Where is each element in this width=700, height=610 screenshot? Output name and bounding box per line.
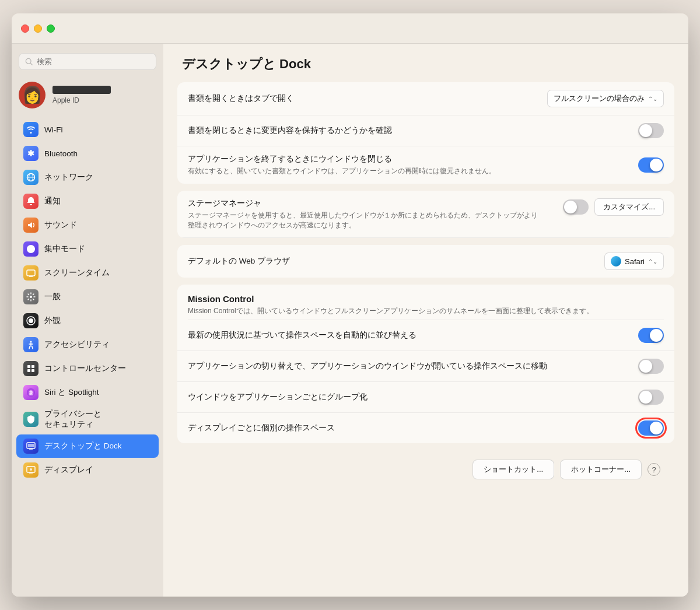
open-tabs-value: フルスクリーンの場合のみ [554, 93, 645, 104]
sidebar-item-wifi-label: Wi-Fi [44, 125, 62, 134]
sidebar-item-desktop[interactable]: デスクトップと Dock [16, 434, 159, 458]
search-box[interactable] [19, 53, 156, 70]
sidebar-item-sound[interactable]: サウンド [16, 213, 159, 237]
sidebar-item-display-label: ディスプレイ [44, 465, 93, 475]
sidebar-item-general[interactable]: 一般 [16, 285, 159, 308]
stage-manager-controls: カスタマイズ... [563, 198, 664, 216]
display-spaces-control [638, 420, 664, 436]
sidebar-item-appearance[interactable]: 外観 [16, 309, 159, 332]
sidebar-item-display[interactable]: ディスプレイ [16, 458, 159, 482]
browser-dropdown[interactable]: Safari ⌃⌄ [604, 253, 664, 270]
sidebar-item-general-label: 一般 [44, 292, 61, 302]
maximize-button[interactable] [47, 24, 55, 33]
open-tabs-dropdown[interactable]: フルスクリーンの場合のみ ⌃⌄ [547, 90, 664, 107]
stage-manager-toggle[interactable] [563, 199, 589, 215]
browser-value: Safari [625, 257, 645, 266]
settings-row-display-spaces: ディスプレイごとに個別の操作スペース [177, 413, 674, 443]
close-confirm-label: 書類を閉じるときに変更内容を保持するかどうかを確認 [188, 125, 629, 136]
dropdown-arrow-icon: ⌃⌄ [648, 96, 657, 102]
group-windows-control [638, 390, 664, 405]
default-browser-label: デフォルトの Web ブラウザ [188, 256, 595, 267]
search-input[interactable] [37, 57, 150, 66]
svg-rect-23 [28, 444, 34, 447]
svg-rect-14 [27, 365, 30, 368]
minimize-button[interactable] [34, 24, 42, 33]
settings-row-close-confirm: 書類を閉じるときに変更内容を保持するかどうかを確認 [177, 115, 674, 146]
wifi-icon [23, 122, 38, 137]
settings-window: 👩 Apple ID Wi-Fi ✱ [12, 13, 688, 597]
auto-rearrange-label: 最新の使用状況に基づいて操作スペースを自動的に並び替える [188, 330, 629, 341]
settings-row-group-windows: ウインドウをアプリケーションごとにグループ化 [177, 382, 674, 413]
hot-corner-button[interactable]: ホットコーナー... [560, 460, 642, 479]
sidebar-item-network[interactable]: ネットワーク [16, 166, 159, 189]
help-button[interactable]: ? [648, 463, 660, 476]
toggle-knob [650, 159, 663, 171]
controlcenter-icon [23, 361, 38, 376]
network-icon [23, 170, 38, 185]
svg-rect-16 [27, 369, 30, 372]
settings-row-open-tabs: 書類を開くときはタブで開く フルスクリーンの場合のみ ⌃⌄ [177, 82, 674, 115]
page-title: デスクトップと Dock [163, 44, 688, 82]
apple-id-item[interactable]: 👩 Apple ID [12, 77, 163, 113]
sidebar-item-privacy[interactable]: プライバシーとセキュリティ [16, 405, 159, 434]
bluetooth-icon: ✱ [23, 146, 38, 161]
svg-rect-17 [32, 369, 34, 372]
sidebar-item-siri[interactable]: Siri と Spotlight [16, 381, 159, 404]
apple-id-label: Apple ID [52, 96, 111, 104]
display-spaces-toggle[interactable] [638, 420, 664, 436]
general-icon [23, 289, 38, 304]
close-window-control [638, 157, 664, 173]
group-windows-toggle[interactable] [638, 390, 664, 405]
sidebar-item-controlcenter-label: コントロールセンター [44, 363, 126, 374]
bottom-buttons: ショートカット... ホットコーナー... ? [177, 450, 674, 489]
sidebar-item-focus[interactable]: 集中モード [16, 237, 159, 261]
stage-manager-label: ステージマネージャ [188, 198, 554, 209]
toggle-knob [639, 391, 652, 404]
sidebar-item-notification[interactable]: 通知 [16, 190, 159, 213]
apple-id-info: Apple ID [52, 86, 111, 104]
sidebar-item-desktop-label: デスクトップと Dock [44, 441, 122, 451]
avatar: 👩 [19, 82, 46, 108]
settings-row-browser: デフォルトの Web ブラウザ Safari ⌃⌄ [177, 245, 674, 278]
sidebar-item-appearance-label: 外観 [44, 315, 61, 326]
customize-button[interactable]: カスタマイズ... [594, 198, 664, 216]
auto-rearrange-control [638, 328, 664, 343]
svg-rect-7 [27, 270, 35, 276]
sidebar-item-bluetooth[interactable]: ✱ Bluetooth [16, 142, 159, 165]
switch-space-toggle[interactable] [638, 359, 664, 374]
dropdown-arrow-icon: ⌃⌄ [648, 258, 657, 265]
sidebar-item-wifi[interactable]: Wi-Fi [16, 118, 159, 141]
mission-control-description: Mission Controlでは、開いているウインドウとフルスクリーンアプリケ… [188, 306, 664, 316]
settings-card-top: 書類を開くときはタブで開く フルスクリーンの場合のみ ⌃⌄ 書類を閉じるとき [177, 82, 674, 184]
search-icon [25, 58, 33, 66]
notification-icon [23, 194, 38, 209]
main-content: デスクトップと Dock 書類を開くときはタブで開く フルスクリーンの場合のみ … [163, 44, 688, 597]
auto-rearrange-toggle[interactable] [638, 328, 664, 343]
svg-marker-5 [28, 222, 32, 228]
close-window-sublabel: 有効にすると、開いていた書類とウインドウは、アプリケーションの再開時には復元され… [188, 166, 538, 176]
appearance-icon [23, 313, 38, 328]
close-confirm-control [638, 123, 664, 138]
close-confirm-toggle[interactable] [638, 123, 664, 138]
privacy-icon [23, 412, 38, 427]
settings-card-browser: デフォルトの Web ブラウザ Safari ⌃⌄ [177, 245, 674, 278]
sidebar-item-screentime[interactable]: スクリーンタイム [16, 261, 159, 285]
close-window-toggle[interactable] [638, 157, 664, 173]
close-button[interactable] [21, 24, 29, 33]
stage-manager-sublabel: ステージマネージャを使用すると、最近使用したウインドウが１か所にまとめられるため… [188, 211, 538, 230]
sidebar-item-accessibility[interactable]: アクセシビリティ [16, 333, 159, 356]
settings-card-stage-manager: ステージマネージャ ステージマネージャを使用すると、最近使用したウインドウが１か… [177, 191, 674, 239]
sidebar-item-bluetooth-label: Bluetooth [44, 149, 78, 158]
display-icon [23, 462, 38, 478]
toggle-knob [639, 360, 652, 373]
sidebar-item-privacy-label: プライバシーとセキュリティ [44, 409, 102, 430]
settings-panel: 書類を開くときはタブで開く フルスクリーンの場合のみ ⌃⌄ 書類を閉じるとき [163, 82, 688, 503]
settings-card-mission-control: Mission Control Mission Controlでは、開いているウ… [177, 285, 674, 443]
settings-row-stage-manager: ステージマネージャ ステージマネージャを使用すると、最近使用したウインドウが１か… [177, 191, 674, 239]
sidebar-item-screentime-label: スクリーンタイム [44, 268, 110, 278]
sidebar-item-controlcenter[interactable]: コントロールセンター [16, 357, 159, 380]
display-spaces-label: ディスプレイごとに個別の操作スペース [188, 423, 629, 433]
sidebar-item-sound-label: サウンド [44, 220, 77, 230]
shortcut-button[interactable]: ショートカット... [473, 460, 554, 479]
svg-point-10 [30, 296, 32, 298]
